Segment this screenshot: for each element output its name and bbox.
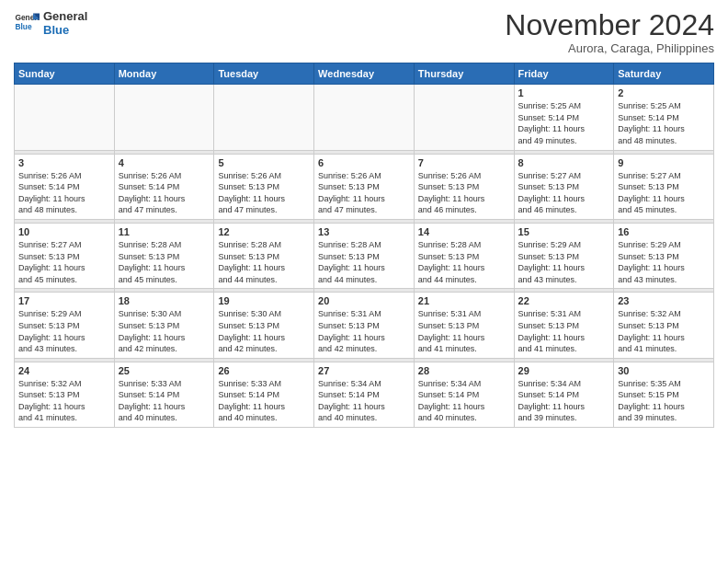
day-number: 27 (318, 365, 410, 376)
calendar-cell: 19Sunrise: 5:30 AM Sunset: 5:13 PM Dayli… (214, 293, 314, 358)
day-number: 7 (418, 157, 510, 168)
calendar-cell: 17Sunrise: 5:29 AM Sunset: 5:13 PM Dayli… (15, 293, 115, 358)
calendar-cell: 7Sunrise: 5:26 AM Sunset: 5:13 PM Daylig… (414, 154, 514, 219)
day-info: Sunrise: 5:29 AM Sunset: 5:13 PM Dayligh… (618, 239, 710, 285)
calendar-cell: 3Sunrise: 5:26 AM Sunset: 5:14 PM Daylig… (15, 154, 115, 219)
day-number: 15 (518, 226, 610, 237)
logo-icon: General Blue (14, 10, 40, 36)
day-info: Sunrise: 5:33 AM Sunset: 5:14 PM Dayligh… (119, 378, 210, 424)
day-number: 29 (518, 365, 610, 376)
day-info: Sunrise: 5:30 AM Sunset: 5:13 PM Dayligh… (218, 308, 310, 354)
calendar-cell: 16Sunrise: 5:29 AM Sunset: 5:13 PM Dayli… (614, 223, 714, 288)
day-info: Sunrise: 5:25 AM Sunset: 5:14 PM Dayligh… (618, 100, 710, 146)
day-info: Sunrise: 5:26 AM Sunset: 5:14 PM Dayligh… (18, 170, 110, 216)
day-info: Sunrise: 5:34 AM Sunset: 5:14 PM Dayligh… (318, 378, 410, 424)
calendar-cell: 25Sunrise: 5:33 AM Sunset: 5:14 PM Dayli… (114, 362, 214, 427)
day-info: Sunrise: 5:27 AM Sunset: 5:13 PM Dayligh… (618, 170, 710, 216)
day-number: 21 (418, 295, 510, 306)
calendar-cell: 18Sunrise: 5:30 AM Sunset: 5:13 PM Dayli… (114, 293, 214, 358)
day-info: Sunrise: 5:33 AM Sunset: 5:14 PM Dayligh… (218, 378, 310, 424)
col-thursday: Thursday (414, 63, 514, 85)
col-tuesday: Tuesday (214, 63, 314, 85)
day-number: 23 (618, 295, 710, 306)
day-number: 10 (18, 226, 110, 237)
calendar-cell: 26Sunrise: 5:33 AM Sunset: 5:14 PM Dayli… (214, 362, 314, 427)
day-number: 19 (218, 295, 310, 306)
day-number: 24 (18, 365, 110, 376)
logo: General Blue General Blue (14, 9, 87, 37)
calendar-cell (114, 85, 214, 150)
logo-line2: Blue (43, 23, 87, 37)
day-info: Sunrise: 5:28 AM Sunset: 5:13 PM Dayligh… (218, 239, 310, 285)
day-number: 20 (318, 295, 410, 306)
day-number: 8 (518, 157, 610, 168)
day-info: Sunrise: 5:34 AM Sunset: 5:14 PM Dayligh… (418, 378, 510, 424)
calendar-cell: 2Sunrise: 5:25 AM Sunset: 5:14 PM Daylig… (614, 85, 714, 150)
calendar-cell (314, 85, 415, 150)
day-number: 1 (518, 87, 610, 98)
day-info: Sunrise: 5:28 AM Sunset: 5:13 PM Dayligh… (318, 239, 410, 285)
week-row-1: 1Sunrise: 5:25 AM Sunset: 5:14 PM Daylig… (15, 85, 714, 150)
day-info: Sunrise: 5:26 AM Sunset: 5:13 PM Dayligh… (218, 170, 310, 216)
calendar-cell: 13Sunrise: 5:28 AM Sunset: 5:13 PM Dayli… (314, 223, 415, 288)
day-number: 12 (218, 226, 310, 237)
col-sunday: Sunday (15, 63, 115, 85)
day-number: 4 (119, 157, 210, 168)
col-monday: Monday (114, 63, 214, 85)
calendar-cell: 29Sunrise: 5:34 AM Sunset: 5:14 PM Dayli… (514, 362, 614, 427)
calendar-cell: 4Sunrise: 5:26 AM Sunset: 5:14 PM Daylig… (114, 154, 214, 219)
day-info: Sunrise: 5:35 AM Sunset: 5:15 PM Dayligh… (618, 378, 710, 424)
day-number: 30 (618, 365, 710, 376)
day-number: 2 (618, 87, 710, 98)
day-info: Sunrise: 5:34 AM Sunset: 5:14 PM Dayligh… (518, 378, 610, 424)
day-info: Sunrise: 5:25 AM Sunset: 5:14 PM Dayligh… (518, 100, 610, 146)
page: General Blue General Blue November 2024 … (0, 0, 728, 563)
calendar-cell: 14Sunrise: 5:28 AM Sunset: 5:13 PM Dayli… (414, 223, 514, 288)
day-info: Sunrise: 5:27 AM Sunset: 5:13 PM Dayligh… (18, 239, 110, 285)
week-row-3: 10Sunrise: 5:27 AM Sunset: 5:13 PM Dayli… (15, 223, 714, 288)
day-number: 18 (119, 295, 210, 306)
day-info: Sunrise: 5:28 AM Sunset: 5:13 PM Dayligh… (119, 239, 210, 285)
calendar-cell: 6Sunrise: 5:26 AM Sunset: 5:13 PM Daylig… (314, 154, 415, 219)
day-number: 5 (218, 157, 310, 168)
calendar-cell: 12Sunrise: 5:28 AM Sunset: 5:13 PM Dayli… (214, 223, 314, 288)
day-info: Sunrise: 5:26 AM Sunset: 5:13 PM Dayligh… (318, 170, 410, 216)
calendar-cell: 30Sunrise: 5:35 AM Sunset: 5:15 PM Dayli… (614, 362, 714, 427)
calendar-cell: 11Sunrise: 5:28 AM Sunset: 5:13 PM Dayli… (114, 223, 214, 288)
calendar-cell: 8Sunrise: 5:27 AM Sunset: 5:13 PM Daylig… (514, 154, 614, 219)
day-info: Sunrise: 5:29 AM Sunset: 5:13 PM Dayligh… (518, 239, 610, 285)
calendar-cell: 9Sunrise: 5:27 AM Sunset: 5:13 PM Daylig… (614, 154, 714, 219)
day-number: 22 (518, 295, 610, 306)
week-row-5: 24Sunrise: 5:32 AM Sunset: 5:13 PM Dayli… (15, 362, 714, 427)
day-info: Sunrise: 5:26 AM Sunset: 5:14 PM Dayligh… (119, 170, 210, 216)
month-title: November 2024 (505, 9, 714, 41)
calendar-cell: 1Sunrise: 5:25 AM Sunset: 5:14 PM Daylig… (514, 85, 614, 150)
calendar-cell: 5Sunrise: 5:26 AM Sunset: 5:13 PM Daylig… (214, 154, 314, 219)
week-row-2: 3Sunrise: 5:26 AM Sunset: 5:14 PM Daylig… (15, 154, 714, 219)
day-info: Sunrise: 5:31 AM Sunset: 5:13 PM Dayligh… (518, 308, 610, 354)
day-number: 11 (119, 226, 210, 237)
day-number: 13 (318, 226, 410, 237)
calendar-cell: 28Sunrise: 5:34 AM Sunset: 5:14 PM Dayli… (414, 362, 514, 427)
day-info: Sunrise: 5:31 AM Sunset: 5:13 PM Dayligh… (318, 308, 410, 354)
calendar-cell: 21Sunrise: 5:31 AM Sunset: 5:13 PM Dayli… (414, 293, 514, 358)
col-friday: Friday (514, 63, 614, 85)
day-info: Sunrise: 5:32 AM Sunset: 5:13 PM Dayligh… (618, 308, 710, 354)
calendar: Sunday Monday Tuesday Wednesday Thursday… (14, 63, 714, 428)
calendar-cell (15, 85, 115, 150)
col-wednesday: Wednesday (314, 63, 415, 85)
calendar-cell (214, 85, 314, 150)
calendar-cell: 10Sunrise: 5:27 AM Sunset: 5:13 PM Dayli… (15, 223, 115, 288)
header: General Blue General Blue November 2024 … (14, 9, 714, 55)
col-saturday: Saturday (614, 63, 714, 85)
day-number: 6 (318, 157, 410, 168)
logo-line1: General (43, 9, 87, 23)
day-number: 14 (418, 226, 510, 237)
location-subtitle: Aurora, Caraga, Philippines (505, 41, 714, 55)
day-info: Sunrise: 5:32 AM Sunset: 5:13 PM Dayligh… (18, 378, 110, 424)
day-info: Sunrise: 5:26 AM Sunset: 5:13 PM Dayligh… (418, 170, 510, 216)
svg-text:Blue: Blue (15, 22, 31, 31)
week-row-4: 17Sunrise: 5:29 AM Sunset: 5:13 PM Dayli… (15, 293, 714, 358)
day-number: 26 (218, 365, 310, 376)
day-info: Sunrise: 5:30 AM Sunset: 5:13 PM Dayligh… (119, 308, 210, 354)
